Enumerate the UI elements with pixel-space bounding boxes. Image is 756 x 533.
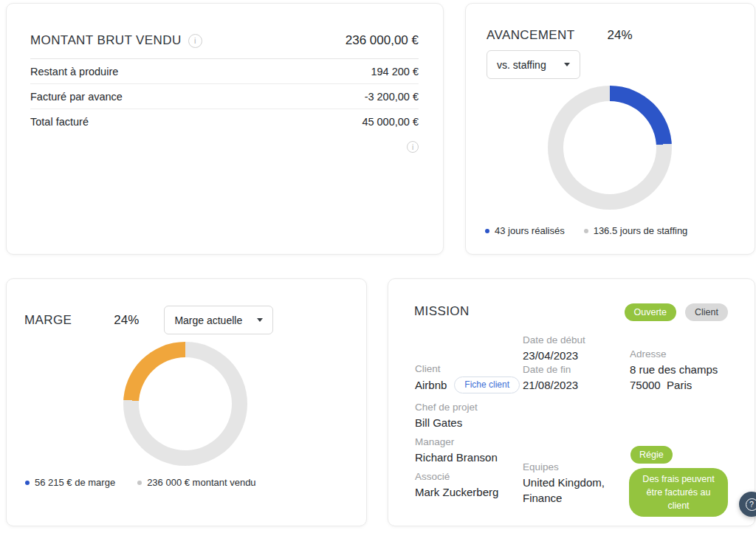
marge-percent: 24% (114, 313, 139, 328)
legend-label: 43 jours réalisés (495, 225, 565, 236)
legend-dot (25, 481, 30, 485)
montant-card-title: MONTANT BRUT VENDU (30, 33, 182, 48)
field-label: Client (415, 362, 520, 376)
row-label: Facturé par avance (30, 91, 123, 103)
table-row: Facturé par avance -3 200,00 € (30, 84, 419, 109)
avancement-comparison-select[interactable]: vs. staffing (487, 50, 580, 79)
field-value: 23/04/2023 (523, 348, 585, 363)
marge-legend: 56 215 € de marge 236 000 € montant vend… (25, 477, 256, 488)
field-value: United Kingdom, (523, 475, 605, 490)
row-value: 194 200 € (371, 66, 419, 78)
montant-card-header: MONTANT BRUT VENDU i 236 000,00 € (30, 4, 419, 59)
field-chef-de-projet: Chef de projet Bill Gates (415, 400, 478, 430)
field-associe: Associé Mark Zuckerberg (415, 470, 498, 500)
field-value: 75000 Paris (630, 377, 718, 393)
mission-card: MISSION Ouverte Client Date de début 23/… (388, 278, 755, 526)
field-adresse: Adresse 8 rue des champs 75000 Paris (630, 347, 718, 393)
montant-brut-vendu-card: MONTANT BRUT VENDU i 236 000,00 € Restan… (6, 3, 444, 255)
question-mark-icon: ? (746, 498, 756, 511)
legend-dot (485, 229, 489, 233)
row-label: Restant à produire (30, 66, 118, 78)
legend-label: 56 215 € de marge (35, 477, 115, 488)
chevron-down-icon (564, 63, 570, 66)
avancement-percent: 24% (608, 28, 633, 43)
field-manager: Manager Richard Branson (415, 435, 498, 465)
field-label: Equipes (523, 460, 605, 475)
row-value: -3 200,00 € (365, 91, 419, 103)
row-label: Total facturé (30, 116, 89, 128)
legend-item: 236 000 € montant vendu (137, 477, 255, 488)
legend-dot (584, 229, 588, 233)
field-equipes: Equipes United Kingdom, Finance (523, 460, 605, 506)
mission-dashboard: MONTANT BRUT VENDU i 236 000,00 € Restan… (0, 0, 756, 533)
field-date-fin: Date de fin 21/08/2023 (523, 362, 578, 393)
chevron-down-icon (257, 318, 263, 322)
status-badge-ouverte: Ouverte (625, 303, 676, 321)
status-badge-client: Client (685, 303, 728, 321)
select-value: Marge actuelle (174, 314, 242, 326)
select-value: vs. staffing (497, 59, 546, 71)
field-value: Bill Gates (415, 415, 478, 430)
legend-label: 236 000 € montant vendu (147, 477, 255, 488)
marge-donut-chart (123, 342, 247, 466)
avancement-donut-chart (548, 86, 672, 210)
field-label: Associé (415, 470, 498, 484)
legend-dot (137, 481, 142, 485)
legend-item: 56 215 € de marge (25, 477, 115, 488)
legend-item: 136.5 jours de staffing (584, 225, 688, 236)
legend-item: 43 jours réalisés (485, 225, 565, 236)
tag-frais-facturables: Des frais peuvent être facturés au clien… (629, 468, 728, 517)
field-label: Date de fin (523, 362, 578, 377)
field-value: Richard Branson (415, 450, 498, 465)
marge-card: MARGE 24% Marge actuelle 56 215 € de mar… (6, 278, 367, 526)
field-label: Chef de projet (415, 400, 478, 415)
marge-card-title: MARGE (24, 313, 72, 328)
info-icon[interactable]: i (407, 141, 419, 153)
field-value: 21/08/2023 (523, 377, 578, 393)
field-label: Date de début (523, 333, 585, 348)
field-value: 8 rue des champs (630, 362, 718, 377)
legend-label: 136.5 jours de staffing (594, 225, 688, 236)
avancement-card: AVANCEMENT 24% vs. staffing 43 jours réa… (465, 3, 755, 255)
fiche-client-button[interactable]: Fiche client (454, 376, 520, 393)
montant-total-value: 236 000,00 € (346, 33, 419, 48)
donut-hole (563, 101, 656, 194)
info-icon[interactable]: i (188, 34, 202, 48)
row-value: 45 000,00 € (362, 116, 419, 128)
field-client: Client Airbnb Fiche client (415, 362, 520, 393)
avancement-card-title: AVANCEMENT (487, 28, 575, 43)
field-label: Manager (415, 435, 498, 450)
table-row: Total facturé 45 000,00 € (30, 109, 419, 134)
field-label: Adresse (630, 347, 718, 362)
marge-type-select[interactable]: Marge actuelle (164, 306, 273, 334)
avancement-legend: 43 jours réalisés 136.5 jours de staffin… (485, 225, 687, 236)
tag-regie: Régie (630, 446, 673, 464)
donut-hole (139, 357, 232, 450)
table-row: Restant à produire 194 200 € (30, 59, 419, 84)
field-date-debut: Date de début 23/04/2023 (523, 333, 585, 363)
field-value: Mark Zuckerberg (415, 484, 498, 500)
mission-card-title: MISSION (414, 304, 470, 319)
field-value: Airbnb (415, 377, 447, 393)
field-value: Finance (523, 490, 605, 506)
